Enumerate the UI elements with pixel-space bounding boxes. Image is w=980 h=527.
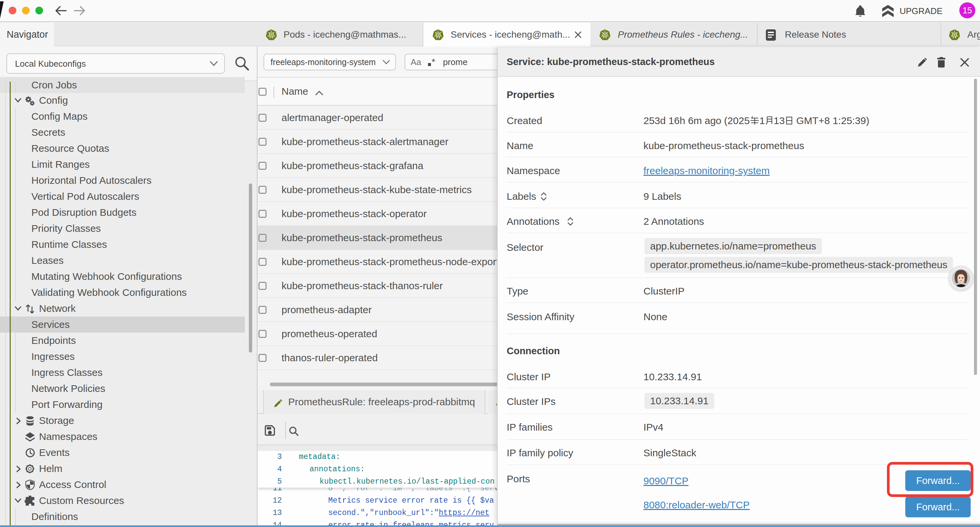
svg-text:*: * [432,58,435,67]
